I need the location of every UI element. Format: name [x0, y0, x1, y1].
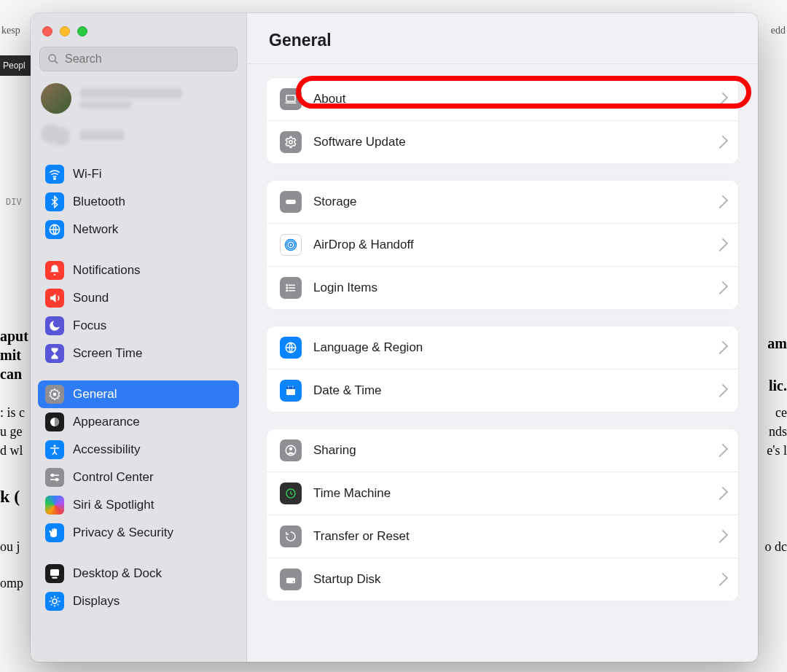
row-label: Software Update: [313, 135, 706, 149]
time-machine-icon: [280, 482, 302, 504]
sidebar-item-privacy-security[interactable]: Privacy & Security: [38, 519, 239, 547]
bookmark-bar-fragment: Peopl: [0, 55, 31, 76]
sidebar-item-siri-spotlight[interactable]: Siri & Spotlight: [38, 491, 239, 519]
accessibility-icon: [45, 440, 64, 459]
siri-icon: [45, 496, 64, 515]
sidebar-item-label: Accessibility: [73, 442, 141, 457]
bg-fragment: aput: [0, 328, 28, 345]
bg-fragment: : is c: [0, 405, 25, 421]
sidebar-item-label: Notifications: [73, 263, 141, 278]
bg-fragment: kesp: [1, 25, 20, 36]
list-icon: [280, 277, 302, 299]
hourglass-icon: [45, 344, 64, 363]
reset-icon: [280, 526, 302, 547]
chevron-right-icon: [715, 444, 728, 457]
sidebar-item-notifications[interactable]: Notifications: [38, 257, 239, 284]
sidebar-item-network[interactable]: Network: [38, 216, 239, 243]
sliders-icon: [45, 468, 64, 487]
row-sharing[interactable]: Sharing: [267, 429, 738, 472]
svg-rect-17: [286, 200, 296, 204]
sidebar-item-control-center[interactable]: Control Center: [38, 464, 239, 491]
sidebar-item-label: Network: [73, 222, 118, 237]
chevron-right-icon: [715, 573, 728, 586]
account-block[interactable]: [31, 79, 246, 157]
svg-point-2: [54, 178, 55, 179]
row-storage[interactable]: Storage: [267, 181, 738, 223]
fullscreen-window-button[interactable]: [77, 26, 87, 36]
moon-icon: [45, 316, 64, 335]
chevron-right-icon: [715, 487, 728, 500]
sidebar-item-label: Focus: [73, 319, 106, 333]
sidebar-item-general[interactable]: General: [38, 380, 239, 408]
svg-rect-11: [50, 569, 59, 576]
sidebar-item-label: Control Center: [73, 470, 154, 485]
sidebar-item-label: General: [73, 387, 117, 402]
sidebar-item-accessibility[interactable]: Accessibility: [38, 436, 239, 464]
svg-point-24: [286, 285, 288, 286]
sidebar-group-notifications: Notifications Sound Focus Screen Time: [31, 254, 246, 370]
bluetooth-icon: [45, 192, 64, 211]
sidebar-item-wifi[interactable]: Wi-Fi: [38, 160, 239, 188]
family-avatars-blurred: [41, 124, 71, 146]
chevron-right-icon: [715, 341, 728, 354]
row-about[interactable]: About: [267, 78, 738, 120]
settings-group-2: Storage AirDrop & Handoff Login Items: [266, 180, 739, 310]
sidebar-item-screen-time[interactable]: Screen Time: [38, 340, 239, 367]
row-software-update[interactable]: Software Update: [267, 120, 738, 163]
bell-icon: [45, 261, 64, 280]
sidebar-item-focus[interactable]: Focus: [38, 312, 239, 340]
main-header: General: [247, 13, 758, 64]
svg-point-16: [289, 141, 293, 144]
row-airdrop-handoff[interactable]: AirDrop & Handoff: [267, 223, 738, 266]
svg-line-1: [55, 60, 58, 63]
main-body: About Software Update Storage: [247, 64, 758, 630]
row-label: Date & Time: [313, 383, 706, 398]
sidebar-item-appearance[interactable]: Appearance: [38, 408, 239, 436]
bg-fragment: can: [0, 366, 22, 383]
row-startup-disk[interactable]: Startup Disk: [267, 558, 738, 601]
sidebar-item-sound[interactable]: Sound: [38, 284, 239, 312]
close-window-button[interactable]: [42, 26, 52, 36]
svg-point-18: [289, 243, 293, 247]
search-input[interactable]: [65, 52, 230, 66]
sidebar-item-label: Desktop & Dock: [73, 566, 162, 581]
globe-icon: [280, 337, 302, 359]
row-label: About: [313, 92, 706, 106]
svg-point-0: [49, 55, 55, 61]
svg-point-19: [287, 241, 295, 249]
minimize-window-button[interactable]: [60, 26, 70, 36]
sharing-icon: [280, 439, 302, 461]
sidebar-item-label: Sound: [73, 291, 109, 305]
sidebar-item-label: Siri & Spotlight: [73, 498, 154, 512]
sidebar-group-display: Desktop & Dock Displays: [31, 557, 246, 618]
sidebar-item-bluetooth[interactable]: Bluetooth: [38, 188, 239, 216]
row-time-machine[interactable]: Time Machine: [267, 472, 738, 515]
row-login-items[interactable]: Login Items: [267, 266, 738, 309]
chevron-right-icon: [715, 195, 728, 208]
sidebar-item-desktop-dock[interactable]: Desktop & Dock: [38, 560, 239, 587]
row-date-time[interactable]: Date & Time: [267, 369, 738, 412]
sidebar-item-label: Privacy & Security: [73, 526, 173, 540]
sidebar-item-label: Appearance: [73, 415, 140, 429]
bg-fragment: o dc: [765, 539, 788, 555]
svg-rect-12: [52, 577, 58, 579]
laptop-icon: [280, 88, 302, 110]
svg-point-25: [286, 287, 288, 289]
bg-fragment: e's l: [767, 443, 787, 458]
bg-fragment: DIV: [6, 197, 22, 207]
svg-rect-35: [286, 578, 295, 584]
bg-fragment: nds: [769, 424, 787, 439]
svg-point-6: [54, 445, 56, 447]
row-language-region[interactable]: Language & Region: [267, 327, 738, 369]
family-label-blurred: [80, 130, 124, 140]
bg-fragment: omp: [0, 576, 23, 591]
bg-fragment: d wl: [0, 443, 23, 458]
chevron-right-icon: [715, 281, 728, 294]
settings-group-1: About Software Update: [266, 77, 739, 164]
search-field[interactable]: [39, 47, 238, 71]
gear-icon: [280, 131, 302, 153]
svg-point-26: [286, 290, 288, 292]
disk-icon: [280, 191, 302, 213]
row-transfer-reset[interactable]: Transfer or Reset: [267, 515, 738, 558]
sidebar-item-displays[interactable]: Displays: [38, 587, 239, 615]
